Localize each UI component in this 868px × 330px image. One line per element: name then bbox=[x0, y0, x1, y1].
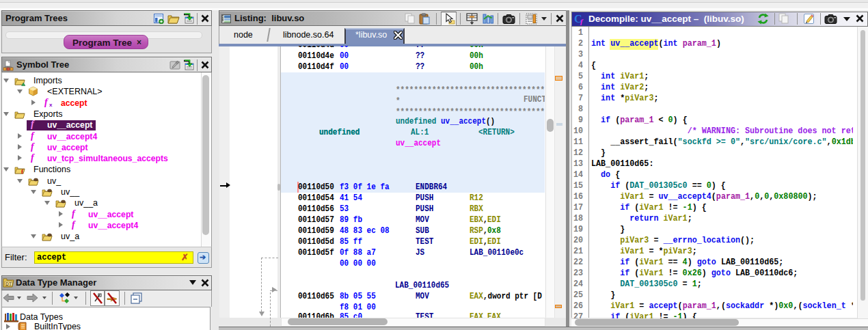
svg-text:DT: DT bbox=[5, 281, 12, 286]
